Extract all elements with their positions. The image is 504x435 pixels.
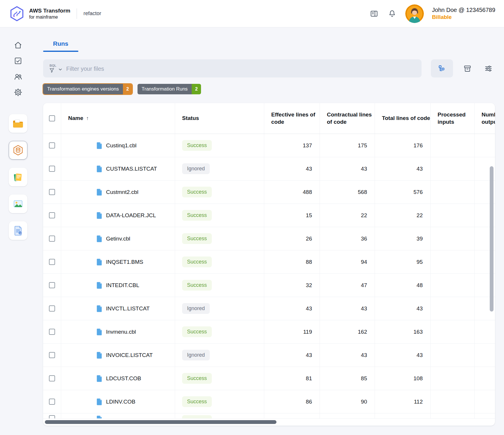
row-checkbox[interactable] <box>49 399 55 405</box>
row-checkbox[interactable] <box>49 189 55 195</box>
col-header-effective-lines[interactable]: Effective lines of code <box>264 103 320 134</box>
processed-inputs-value <box>431 367 475 390</box>
processed-inputs-value <box>431 204 475 227</box>
total-lines-value: 163 <box>375 320 431 343</box>
col-header-number-of-outputs[interactable]: Number of outputs <box>475 103 495 134</box>
status-badge: Success <box>182 210 212 221</box>
filter-chips: Transformation engines versions 2 Transf… <box>43 84 495 94</box>
file-name[interactable]: Custinq1.cbl <box>106 142 137 149</box>
aws-transform-logo-icon <box>9 6 25 22</box>
file-name[interactable]: INVCTL.LISTCAT <box>106 305 150 312</box>
bql-filter-control[interactable]: BQL <box>49 64 56 73</box>
col-header-name[interactable]: Name ↑ <box>61 103 175 134</box>
table-row: Getinv.cbl Success 26 36 39 <box>43 227 495 250</box>
contractual-lines-value <box>320 413 375 418</box>
row-checkbox[interactable] <box>49 259 55 265</box>
user-name: John Doe @ 123456789 <box>432 6 495 14</box>
sort-ascending-icon[interactable]: ↑ <box>86 115 89 122</box>
filter-chip[interactable]: Transformation Runs 2 <box>138 84 201 94</box>
gallery-app-button[interactable] <box>9 194 27 213</box>
table-row: CUSTMAS.LISTCAT Ignored 43 43 43 <box>43 157 495 181</box>
top-bar: AWS Transform for mainframe refactor <box>0 0 504 27</box>
select-all-cell <box>43 103 61 134</box>
tasks-icon[interactable] <box>14 56 22 65</box>
documents-app-button[interactable] <box>9 168 27 186</box>
status-badge: Ignored <box>182 163 210 174</box>
archive-button[interactable] <box>461 62 474 75</box>
table-body: Custinq1.cbl Success 137 175 176 CUSTMAS… <box>43 134 495 419</box>
shortcuts-panel-button[interactable] <box>369 9 379 19</box>
row-checkbox[interactable] <box>49 212 55 218</box>
file-name[interactable]: Invmenu.cbl <box>106 329 136 335</box>
file-name[interactable]: INTEDIT.CBL <box>106 282 139 289</box>
file-name[interactable]: LDINV.COB <box>106 399 135 405</box>
search-input[interactable] <box>66 66 416 72</box>
file-icon <box>96 415 103 419</box>
invoice-icon: $ <box>12 225 24 236</box>
total-lines-value: 22 <box>375 204 431 227</box>
file-icon <box>96 235 103 243</box>
col-header-contractual-lines[interactable]: Contractual lines of code <box>320 103 375 134</box>
total-lines-value: 576 <box>375 181 431 204</box>
brand-text: AWS Transform for mainframe <box>29 8 70 20</box>
processed-inputs-value <box>431 390 475 413</box>
file-name[interactable]: INQSET1.BMS <box>106 259 143 265</box>
number-of-outputs-value <box>475 344 495 367</box>
file-name[interactable]: CUSTMAS.LISTCAT <box>106 166 157 172</box>
row-checkbox[interactable] <box>49 166 55 172</box>
user-avatar[interactable] <box>405 4 424 23</box>
table-row: INVOICE.LISTCAT Ignored 43 43 43 <box>43 344 495 367</box>
contractual-lines-value: 94 <box>320 250 375 273</box>
file-name[interactable]: DATA-LOADER.JCL <box>106 212 156 219</box>
settings-gear-icon[interactable] <box>14 88 22 97</box>
file-filter-input-container[interactable]: BQL <box>43 59 422 77</box>
processed-inputs-value <box>431 344 475 367</box>
row-checkbox[interactable] <box>49 305 55 312</box>
select-all-checkbox[interactable] <box>49 115 55 121</box>
file-name[interactable]: LDCUST.COB <box>106 375 141 382</box>
file-manager-app-button[interactable] <box>9 114 27 133</box>
row-checkbox[interactable] <box>49 282 55 288</box>
vertical-scrollbar[interactable] <box>490 166 494 312</box>
brand-title: AWS Transform <box>29 8 70 14</box>
filter-chip-count-badge: 2 <box>192 84 201 94</box>
status-badge: Success <box>182 373 212 384</box>
processed-inputs-value <box>431 250 475 273</box>
status-badge: Success <box>182 415 212 419</box>
notifications-bell-button[interactable] <box>387 9 397 19</box>
tree-view-toggle-button[interactable] <box>431 59 453 77</box>
total-lines-value: 48 <box>375 274 431 297</box>
row-checkbox[interactable] <box>49 142 55 148</box>
invoices-app-button[interactable]: $ <box>9 221 27 240</box>
row-checkbox[interactable] <box>49 415 55 419</box>
folder-icon <box>12 118 24 129</box>
contractual-lines-value: 162 <box>320 320 375 343</box>
col-header-total-lines[interactable]: Total lines of code <box>375 103 431 134</box>
filter-chip[interactable]: Transformation engines versions 2 <box>43 84 132 94</box>
col-header-status[interactable]: Status <box>175 103 264 134</box>
transform-engine-app-button[interactable] <box>9 141 27 160</box>
row-checkbox[interactable] <box>49 352 55 358</box>
horizontal-scrollbar[interactable] <box>45 420 276 424</box>
contractual-lines-value: 568 <box>320 181 375 204</box>
tab-runs[interactable]: Runs <box>43 40 78 52</box>
users-icon[interactable] <box>14 72 22 81</box>
table-preferences-sliders-button[interactable] <box>482 62 495 75</box>
file-name[interactable]: Custmnt2.cbl <box>106 189 138 195</box>
col-header-processed-inputs[interactable]: Processed inputs <box>431 103 475 134</box>
total-lines-value <box>375 413 431 418</box>
effective-lines-value: 119 <box>264 320 320 343</box>
chevron-down-icon[interactable] <box>59 68 62 71</box>
effective-lines-value: 88 <box>264 250 320 273</box>
home-icon[interactable] <box>14 41 22 49</box>
number-of-outputs-value <box>475 390 495 413</box>
effective-lines-value: 86 <box>264 390 320 413</box>
file-name[interactable]: Getinv.cbl <box>106 236 130 242</box>
row-checkbox[interactable] <box>49 375 55 381</box>
row-checkbox[interactable] <box>49 236 55 242</box>
effective-lines-value: 15 <box>264 204 320 227</box>
row-checkbox[interactable] <box>49 329 55 335</box>
status-badge: Success <box>182 396 212 407</box>
billing-status: Billable <box>432 14 495 21</box>
file-name[interactable]: INVOICE.LISTCAT <box>106 352 153 358</box>
